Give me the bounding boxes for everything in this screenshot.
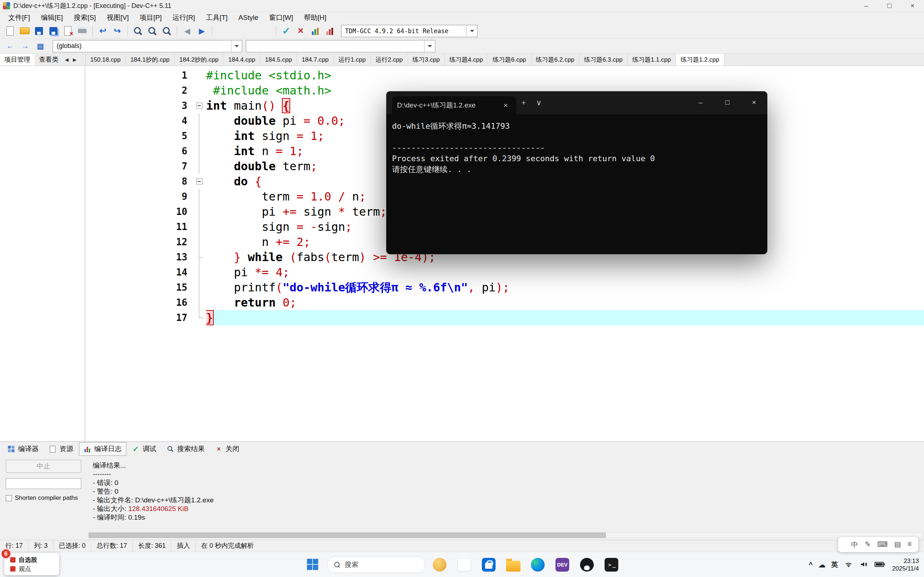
compiler-dropdown[interactable]: TDM-GCC 4.9.2 64-bit Release bbox=[341, 25, 478, 37]
globals-dropdown[interactable]: (globals) bbox=[53, 40, 242, 52]
shorten-paths-checkbox[interactable] bbox=[6, 495, 12, 501]
chevron-down-icon[interactable] bbox=[231, 40, 242, 52]
menu-item-9[interactable]: 帮助[H] bbox=[299, 12, 332, 23]
file-tab-6[interactable]: 运行1.cpp bbox=[334, 54, 371, 66]
taskbar-white-app-button[interactable] bbox=[454, 554, 474, 575]
bottom-tab-0[interactable]: 编译器 bbox=[3, 442, 43, 456]
search-input[interactable]: 搜索 bbox=[327, 556, 425, 573]
file-tab-2[interactable]: 184.2抄的.cpp bbox=[175, 54, 224, 66]
stop-execution-button[interactable]: × bbox=[294, 24, 308, 37]
file-tab-8[interactable]: 练习3.cpp bbox=[408, 54, 445, 66]
tray-onedrive-button[interactable]: ☁ bbox=[816, 556, 828, 574]
console-close-button[interactable]: × bbox=[741, 91, 767, 114]
toolbox-icon[interactable]: ≡ bbox=[908, 540, 912, 550]
minimize-button[interactable]: – bbox=[855, 0, 878, 12]
file-tab-10[interactable]: 练习题6.cpp bbox=[488, 54, 531, 66]
undo-button[interactable]: ↩ bbox=[96, 24, 110, 37]
file-tab-5[interactable]: 184.7.cpp bbox=[297, 54, 334, 66]
console-minimize-button[interactable]: – bbox=[687, 91, 714, 114]
handwriting-icon[interactable]: ✎ bbox=[865, 540, 871, 550]
maximize-button[interactable]: □ bbox=[878, 0, 901, 12]
bottom-tab-1[interactable]: 资源 bbox=[44, 442, 78, 456]
start-button[interactable] bbox=[302, 554, 323, 575]
redo-button[interactable]: ↪ bbox=[110, 24, 124, 37]
taskbar-file-explorer-button[interactable] bbox=[503, 554, 523, 575]
tray-ime-language-button[interactable]: 英 bbox=[828, 556, 841, 574]
menu-item-8[interactable]: 窗口[W] bbox=[263, 12, 299, 23]
console-tab-dropdown-icon[interactable]: ∨ bbox=[531, 96, 546, 109]
taskbar-terminal-button[interactable]: ＞_ bbox=[601, 554, 622, 575]
file-tab-1[interactable]: 184.1抄的.cpp bbox=[126, 54, 175, 66]
menu-item-0[interactable]: 文件[F] bbox=[3, 12, 36, 23]
menu-item-3[interactable]: 视图[V] bbox=[102, 12, 134, 23]
goto-definition-button[interactable]: → bbox=[18, 39, 32, 53]
compile-run-button[interactable] bbox=[244, 24, 258, 37]
find-button[interactable] bbox=[131, 24, 145, 37]
panel-tab-0[interactable]: 项目管理 bbox=[0, 54, 35, 66]
save-button[interactable] bbox=[32, 24, 46, 37]
compile-button[interactable] bbox=[215, 24, 229, 37]
file-tab-12[interactable]: 练习题6.3.cpp bbox=[579, 54, 628, 66]
run-button[interactable] bbox=[229, 24, 244, 37]
taskbar-dev-cpp-button[interactable]: DEV bbox=[552, 554, 572, 575]
find-in-files-button[interactable] bbox=[145, 24, 160, 37]
menu-item-4[interactable]: 项目[P] bbox=[134, 12, 167, 23]
file-tab-0[interactable]: 150.18.cpp bbox=[86, 54, 126, 66]
file-tab-13[interactable]: 练习题1.1.cpp bbox=[628, 54, 676, 66]
stock-row-1[interactable]: 观点 bbox=[10, 564, 56, 574]
close-file-button[interactable] bbox=[61, 24, 75, 37]
menu-item-7[interactable]: AStyle bbox=[233, 13, 264, 23]
console-new-tab-button[interactable]: + bbox=[516, 96, 531, 109]
chevron-down-icon[interactable] bbox=[424, 40, 435, 52]
debug-button[interactable]: ✓ bbox=[279, 24, 294, 37]
close-button[interactable]: × bbox=[901, 0, 924, 12]
bottom-tab-3[interactable]: ✓调试 bbox=[128, 442, 161, 456]
goto-declaration-button[interactable]: ← bbox=[3, 39, 17, 53]
profile-button[interactable] bbox=[308, 24, 322, 37]
forward-button[interactable]: ▶ bbox=[195, 24, 209, 37]
taskbar-search-spotlight-button[interactable] bbox=[430, 554, 450, 575]
abort-button[interactable]: 中止 bbox=[6, 460, 81, 473]
tray-tray-expand-button[interactable]: ^ bbox=[806, 556, 816, 574]
rebuild-all-button[interactable] bbox=[258, 24, 273, 37]
file-tab-14[interactable]: 练习题1.2.cpp bbox=[676, 54, 724, 66]
panel-tab-1[interactable]: 查看类 bbox=[35, 54, 63, 66]
stock-row-0[interactable]: 自选股 bbox=[10, 555, 56, 564]
file-tab-7[interactable]: 运行2.cpp bbox=[371, 54, 408, 66]
panel-scroll-left-icon[interactable]: ◀ bbox=[63, 54, 71, 66]
profile-errors-button[interactable] bbox=[322, 24, 337, 37]
print-button[interactable] bbox=[75, 24, 89, 37]
file-tab-9[interactable]: 练习题4.cpp bbox=[445, 54, 488, 66]
console-tab-close-icon[interactable]: × bbox=[500, 99, 511, 112]
file-tab-4[interactable]: 184.5.cpp bbox=[260, 54, 297, 66]
tray-battery-button[interactable] bbox=[871, 556, 888, 574]
file-tab-11[interactable]: 练习题6.2.cpp bbox=[531, 54, 580, 66]
input-mode-icon[interactable]: 中 bbox=[851, 540, 858, 550]
menu-item-6[interactable]: 工具[T] bbox=[200, 12, 233, 23]
back-button[interactable]: ◀ bbox=[180, 24, 195, 37]
stock-widget[interactable]: 6 自选股观点 bbox=[4, 553, 59, 575]
panel-scroll-right-icon[interactable]: ▶ bbox=[71, 54, 79, 66]
clock[interactable]: 23:13 2025/11/4 bbox=[892, 557, 919, 572]
chevron-down-icon[interactable] bbox=[466, 25, 477, 37]
open-file-button[interactable] bbox=[17, 24, 32, 37]
menu-item-1[interactable]: 编辑[E] bbox=[36, 12, 68, 23]
tray-wifi-button[interactable] bbox=[841, 556, 856, 574]
taskbar-qq-button[interactable] bbox=[577, 554, 597, 575]
file-tab-3[interactable]: 184.4.cpp bbox=[224, 54, 261, 66]
replace-button[interactable] bbox=[160, 24, 174, 37]
bottom-tab-4[interactable]: 搜索结果 bbox=[162, 442, 209, 456]
scrollbar-thumb[interactable] bbox=[89, 533, 606, 538]
bottom-tab-2[interactable]: 编译日志 bbox=[79, 442, 126, 456]
console-tab[interactable]: D:\dev-c++\练习题1.2.exe × bbox=[392, 96, 516, 114]
menu-item-2[interactable]: 搜索[S] bbox=[68, 12, 101, 23]
members-dropdown[interactable] bbox=[246, 40, 435, 52]
taskbar-edge-button[interactable] bbox=[528, 554, 548, 575]
log-horizontal-scrollbar[interactable] bbox=[89, 532, 922, 538]
new-file-button[interactable] bbox=[3, 24, 17, 37]
menu-item-5[interactable]: 运行[R] bbox=[167, 12, 200, 23]
taskbar-store-button[interactable] bbox=[478, 554, 499, 575]
tray-volume-button[interactable] bbox=[856, 556, 871, 574]
keyboard-icon[interactable]: ⌨ bbox=[877, 540, 888, 550]
shorten-paths-option[interactable]: Shorten compiler paths bbox=[6, 495, 81, 501]
